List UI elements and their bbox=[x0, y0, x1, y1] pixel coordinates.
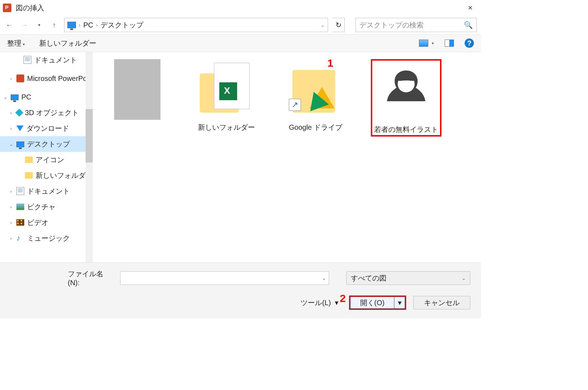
powerpoint-icon bbox=[16, 75, 24, 82]
folder-tree: ドキュメント ›Microsoft PowerPo ⌄PC ›3D オブジェクト… bbox=[0, 52, 93, 262]
toolbar: 整理▾ 新しいフォルダー ▾ ? bbox=[0, 34, 481, 52]
cube-icon bbox=[15, 109, 24, 117]
tree-item-icons-folder[interactable]: アイコン bbox=[0, 152, 93, 168]
recent-dropdown-icon[interactable]: ▾ bbox=[34, 20, 44, 30]
file-item-new-folder[interactable]: 新しいフォルダー bbox=[193, 59, 260, 132]
google-drive-icon: ↗ bbox=[289, 63, 342, 116]
up-button[interactable]: ↑ bbox=[49, 20, 59, 30]
new-folder-button[interactable]: 新しいフォルダー bbox=[39, 39, 96, 48]
placeholder-thumbnail bbox=[114, 59, 160, 120]
dialog-title: 図の挿入 bbox=[16, 3, 44, 13]
tree-item-pictures[interactable]: ›ピクチャ bbox=[0, 199, 93, 215]
help-icon[interactable]: ? bbox=[465, 39, 474, 48]
thumbnail-icon bbox=[419, 40, 428, 47]
annotation-2: 2 bbox=[340, 292, 346, 304]
folder-excel-icon bbox=[200, 63, 253, 116]
tree-scroll-thumb[interactable] bbox=[86, 109, 93, 163]
file-type-filter[interactable]: すべての図⌄ bbox=[346, 271, 470, 285]
close-icon[interactable]: × bbox=[462, 3, 478, 12]
nav-row: ← → ▾ ↑ › PC › デスクトップ ⌄ ↻ デスクトップの検索 🔍 bbox=[0, 16, 481, 34]
tree-item-downloads[interactable]: ›ダウンロード bbox=[0, 120, 93, 136]
pc-icon bbox=[67, 22, 76, 28]
tree-item-documents[interactable]: ドキュメント bbox=[0, 52, 93, 68]
open-split-dropdown[interactable]: ▾ bbox=[394, 297, 405, 309]
tree-item-desktop[interactable]: ⌄デスクトップ bbox=[0, 136, 93, 152]
chevron-down-icon[interactable]: ⌄ bbox=[321, 22, 325, 28]
back-button[interactable]: ← bbox=[4, 20, 14, 30]
preview-pane-button[interactable] bbox=[445, 40, 454, 47]
pictures-icon bbox=[16, 204, 24, 210]
chevron-right-icon: › bbox=[96, 22, 98, 28]
chevron-right-icon: › bbox=[79, 22, 81, 28]
open-button[interactable]: 開く(O) ▾ bbox=[349, 296, 406, 310]
music-icon: ♪ bbox=[16, 234, 24, 242]
view-mode-button[interactable]: ▾ bbox=[419, 40, 434, 47]
dialog-body: ドキュメント ›Microsoft PowerPo ⌄PC ›3D オブジェクト… bbox=[0, 52, 481, 262]
file-item-placeholder[interactable] bbox=[103, 59, 171, 130]
filename-input[interactable]: ⌄ bbox=[120, 271, 329, 285]
file-label: Google ドライブ bbox=[289, 123, 342, 132]
folder-icon bbox=[25, 172, 33, 179]
forward-button[interactable]: → bbox=[19, 20, 29, 30]
cancel-button[interactable]: キャンセル bbox=[413, 296, 470, 309]
video-icon bbox=[16, 219, 24, 226]
dialog-footer: ファイル名(N): ⌄ すべての図⌄ ツール(L) ▾ 開く(O) ▾ キャンセ… bbox=[0, 262, 481, 318]
pc-icon bbox=[11, 94, 19, 100]
chevron-down-icon: ⌄ bbox=[462, 276, 466, 281]
folder-icon bbox=[25, 156, 33, 163]
tree-item-pc[interactable]: ⌄PC bbox=[0, 89, 93, 105]
organize-button[interactable]: 整理▾ bbox=[7, 39, 25, 48]
file-item-avatar-selected[interactable]: 若者の無料イラスト bbox=[371, 59, 441, 137]
address-bar[interactable]: › PC › デスクトップ ⌄ bbox=[64, 18, 328, 32]
file-label: 若者の無料イラスト bbox=[374, 125, 438, 134]
tree-item-3d-objects[interactable]: ›3D オブジェクト bbox=[0, 105, 93, 120]
file-list: 新しいフォルダー ↗ Google ドライブ 若者の無料イラスト bbox=[93, 52, 481, 262]
download-icon bbox=[16, 125, 24, 131]
refresh-button[interactable]: ↻ bbox=[333, 18, 345, 32]
path-segment-desktop[interactable]: デスクトップ bbox=[101, 20, 143, 30]
annotation-1: 1 bbox=[327, 57, 333, 69]
insert-picture-dialog: 図の挿入 × ← → ▾ ↑ › PC › デスクトップ ⌄ ↻ デスクトップの… bbox=[0, 0, 481, 321]
powerpoint-icon bbox=[3, 4, 11, 12]
monitor-icon bbox=[16, 142, 24, 147]
search-placeholder: デスクトップの検索 bbox=[359, 20, 424, 30]
titlebar: 図の挿入 × bbox=[0, 0, 481, 16]
file-item-google-drive[interactable]: ↗ Google ドライブ bbox=[282, 59, 349, 132]
tree-item-documents-2[interactable]: ›ドキュメント bbox=[0, 183, 93, 199]
avatar-thumbnail bbox=[378, 63, 435, 120]
document-icon bbox=[24, 56, 31, 64]
file-label: 新しいフォルダー bbox=[198, 123, 255, 132]
search-icon: 🔍 bbox=[464, 21, 473, 29]
chevron-down-icon[interactable]: ⌄ bbox=[322, 276, 326, 281]
tools-button[interactable]: ツール(L) ▾ bbox=[301, 298, 338, 308]
document-icon bbox=[16, 187, 24, 195]
tree-item-new-folder[interactable]: 新しいフォルダー bbox=[0, 168, 93, 183]
tree-item-videos[interactable]: ›ビデオ bbox=[0, 215, 93, 230]
path-segment-pc[interactable]: PC bbox=[83, 21, 93, 29]
tree-item-music[interactable]: ›♪ミュージック bbox=[0, 230, 93, 246]
chevron-down-icon: ▾ bbox=[432, 41, 434, 46]
shortcut-arrow-icon: ↗ bbox=[289, 99, 301, 111]
search-input[interactable]: デスクトップの検索 🔍 bbox=[356, 18, 477, 32]
tree-item-powerpoint[interactable]: ›Microsoft PowerPo bbox=[0, 71, 93, 86]
filename-label: ファイル名(N): bbox=[68, 269, 115, 287]
